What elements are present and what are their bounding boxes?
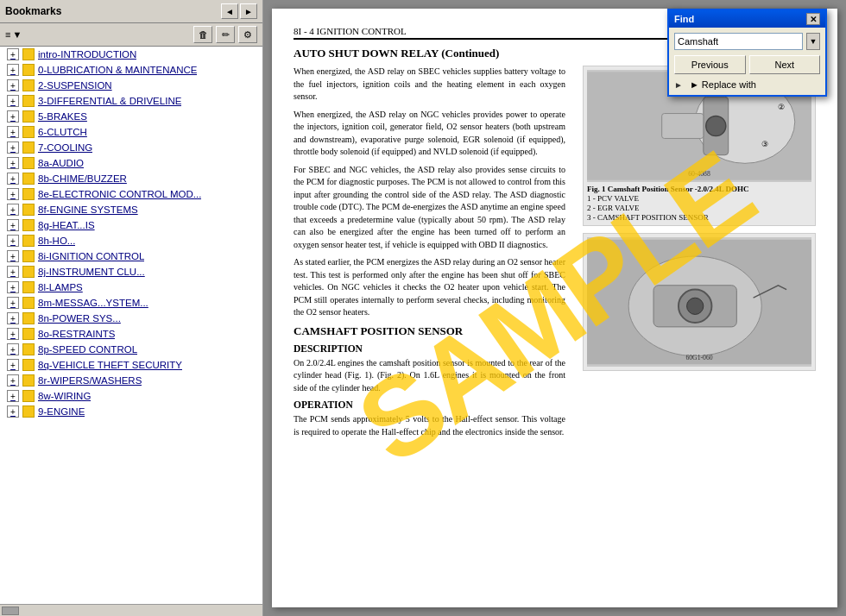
bookmark-item[interactable]: +2-SUSPENSION bbox=[0, 78, 262, 93]
bookmark-item[interactable]: +8h-HO... bbox=[0, 233, 262, 248]
doc-header-left: 8I - 4 IGNITION CONTROL bbox=[294, 26, 407, 36]
bookmark-expand-btn[interactable]: + bbox=[7, 250, 19, 262]
bookmark-expand-btn[interactable]: + bbox=[7, 48, 19, 60]
bookmark-item[interactable]: +7-COOLING bbox=[0, 140, 262, 155]
bookmark-item[interactable]: +8q-VEHICLE THEFT SECURITY bbox=[0, 357, 262, 373]
find-close-btn[interactable]: ✕ bbox=[806, 13, 820, 25]
bookmark-expand-btn[interactable]: + bbox=[7, 95, 19, 107]
bookmark-expand-btn[interactable]: + bbox=[7, 79, 19, 91]
doc-right-column: 60-4088 ② ③ Fig. 1 Camshaft Position Sen… bbox=[583, 66, 816, 443]
bookmark-label: 9-ENGINE bbox=[38, 406, 85, 417]
bookmark-label: intro-INTRODUCTION bbox=[38, 49, 136, 60]
figure2-illustration: 60G1-060 bbox=[587, 237, 811, 367]
bookmark-folder-icon bbox=[22, 141, 35, 154]
bookmark-item[interactable]: +8g-HEAT...IS bbox=[0, 217, 262, 233]
bookmark-expand-btn[interactable]: + bbox=[7, 297, 19, 309]
bookmark-item[interactable]: +8i-IGNITION CONTROL bbox=[0, 248, 262, 264]
bookmark-item[interactable]: +8o-RESTRAINTS bbox=[0, 326, 262, 342]
bookmark-expand-btn[interactable]: + bbox=[7, 204, 19, 216]
sidebar-delete-btn[interactable]: 🗑 bbox=[193, 26, 212, 43]
bookmark-item[interactable]: +5-BRAKES bbox=[0, 109, 262, 124]
sidebar-nav-left-btn[interactable]: ◄ bbox=[221, 3, 238, 19]
bookmark-label: 6-CLUTCH bbox=[38, 127, 87, 137]
bookmark-expand-btn[interactable]: + bbox=[7, 343, 19, 355]
sidebar-rename-btn[interactable]: ✏ bbox=[216, 26, 235, 43]
scrollbar-thumb[interactable] bbox=[2, 607, 19, 615]
bookmark-folder-icon bbox=[22, 312, 35, 324]
bookmark-folder-icon bbox=[22, 188, 35, 200]
bookmark-label: 5-BRAKES bbox=[38, 111, 87, 122]
bookmark-expand-btn[interactable]: + bbox=[7, 173, 19, 185]
bookmark-expand-btn[interactable]: + bbox=[7, 235, 19, 247]
bookmark-item[interactable]: +8w-WIRING bbox=[0, 388, 262, 404]
bookmark-expand-btn[interactable]: + bbox=[7, 188, 19, 200]
find-dropdown-btn[interactable]: ▼ bbox=[806, 33, 820, 50]
bookmark-expand-btn[interactable]: + bbox=[7, 141, 19, 154]
bookmark-expand-btn[interactable]: + bbox=[7, 219, 19, 231]
bookmark-folder-icon bbox=[22, 343, 35, 355]
doc-left-column: When energized, the ASD relay on SBEC ve… bbox=[294, 66, 565, 443]
bookmark-expand-btn[interactable]: + bbox=[7, 110, 19, 123]
bookmark-item[interactable]: +8l-LAMPS bbox=[0, 280, 262, 295]
bookmark-folder-icon bbox=[22, 219, 35, 231]
find-search-input[interactable] bbox=[674, 33, 803, 50]
figure1-item3: 3 - CAMSHAFT POSITION SENSOR bbox=[587, 213, 811, 222]
bookmark-item[interactable]: +8r-WIPERS/WASHERS bbox=[0, 373, 262, 388]
bookmark-item[interactable]: +8f-ENGINE SYSTEMS bbox=[0, 202, 262, 217]
bookmark-folder-icon bbox=[22, 328, 35, 340]
bookmark-label: 8b-CHIME/BUZZER bbox=[38, 173, 127, 184]
sidebar-settings-btn[interactable]: ⚙ bbox=[238, 26, 257, 43]
bookmark-expand-btn[interactable]: + bbox=[7, 126, 19, 138]
bookmark-item[interactable]: +8a-AUDIO bbox=[0, 155, 262, 171]
bookmark-expand-btn[interactable]: + bbox=[7, 374, 19, 387]
bookmark-item[interactable]: +intro-INTRODUCTION bbox=[0, 47, 262, 62]
bookmark-expand-btn[interactable]: + bbox=[7, 359, 19, 371]
bookmark-item[interactable]: +8p-SPEED CONTROL bbox=[0, 342, 262, 357]
bookmark-expand-btn[interactable]: + bbox=[7, 157, 19, 169]
replace-row[interactable]: ► ► Replace with bbox=[674, 79, 820, 90]
sidebar-dropdown-arrow: ▼ bbox=[12, 29, 22, 40]
bookmark-label: 8m-MESSAG...YSTEM... bbox=[38, 298, 148, 308]
bookmark-folder-icon bbox=[22, 235, 35, 247]
camshaft-section-title: CAMSHAFT POSITION SENSOR bbox=[294, 324, 565, 338]
doc-para4: As stated earlier, the PCM energizes the… bbox=[294, 256, 565, 319]
find-next-btn[interactable]: Next bbox=[749, 55, 821, 74]
find-previous-btn[interactable]: Previous bbox=[674, 55, 746, 74]
bookmark-folder-icon bbox=[22, 281, 35, 293]
bookmark-expand-btn[interactable]: + bbox=[7, 312, 19, 324]
figure1-caption: Fig. 1 Camshaft Position Sensor -2.0/2.4… bbox=[587, 185, 811, 222]
description-text: On 2.0/2.4L engines the camshaft positio… bbox=[294, 357, 565, 395]
bookmark-label: 8p-SPEED CONTROL bbox=[38, 344, 137, 355]
bookmark-item[interactable]: +8e-ELECTRONIC CONTROL MOD... bbox=[0, 186, 262, 202]
bookmark-expand-btn[interactable]: + bbox=[7, 390, 19, 402]
bookmark-folder-icon bbox=[22, 359, 35, 371]
bookmark-expand-btn[interactable]: + bbox=[7, 405, 19, 418]
svg-text:③: ③ bbox=[761, 140, 768, 148]
bookmark-item[interactable]: +8m-MESSAG...YSTEM... bbox=[0, 295, 262, 311]
bookmark-folder-icon bbox=[22, 173, 35, 185]
bookmark-label: 8n-POWER SYS... bbox=[38, 313, 121, 324]
bookmark-item[interactable]: +8b-CHIME/BUZZER bbox=[0, 171, 262, 186]
bookmark-expand-btn[interactable]: + bbox=[7, 281, 19, 293]
find-body: ▼ Previous Next ► ► Replace with bbox=[669, 28, 825, 95]
bookmark-expand-btn[interactable]: + bbox=[7, 266, 19, 278]
bookmark-folder-icon bbox=[22, 266, 35, 278]
sidebar-view-dropdown[interactable]: ≡ ▼ bbox=[5, 29, 22, 40]
bookmark-item[interactable]: +0-LUBRICATION & MAINTENANCE bbox=[0, 62, 262, 78]
bookmark-item[interactable]: +9-ENGINE bbox=[0, 404, 262, 419]
bookmark-item[interactable]: +6-CLUTCH bbox=[0, 124, 262, 140]
find-buttons: Previous Next bbox=[674, 55, 820, 74]
bookmark-expand-btn[interactable]: + bbox=[7, 64, 19, 76]
sidebar-nav-right-btn[interactable]: ► bbox=[240, 3, 257, 19]
bookmark-expand-btn[interactable]: + bbox=[7, 328, 19, 340]
bookmark-label: 8h-HO... bbox=[38, 236, 75, 246]
svg-point-3 bbox=[706, 116, 726, 135]
bookmark-item[interactable]: +3-DIFFERENTIAL & DRIVELINE bbox=[0, 93, 262, 109]
bookmark-item[interactable]: +8n-POWER SYS... bbox=[0, 311, 262, 326]
bookmark-folder-icon bbox=[22, 64, 35, 76]
sidebar-horizontal-scrollbar[interactable] bbox=[0, 604, 262, 616]
sidebar: Bookmarks ◄ ► ≡ ▼ 🗑 ✏ ⚙ +intro-INTRODUCT… bbox=[0, 0, 263, 616]
bookmark-folder-icon bbox=[22, 405, 35, 418]
bookmark-item[interactable]: +8j-INSTRUMENT CLU... bbox=[0, 264, 262, 280]
bookmark-folder-icon bbox=[22, 297, 35, 309]
